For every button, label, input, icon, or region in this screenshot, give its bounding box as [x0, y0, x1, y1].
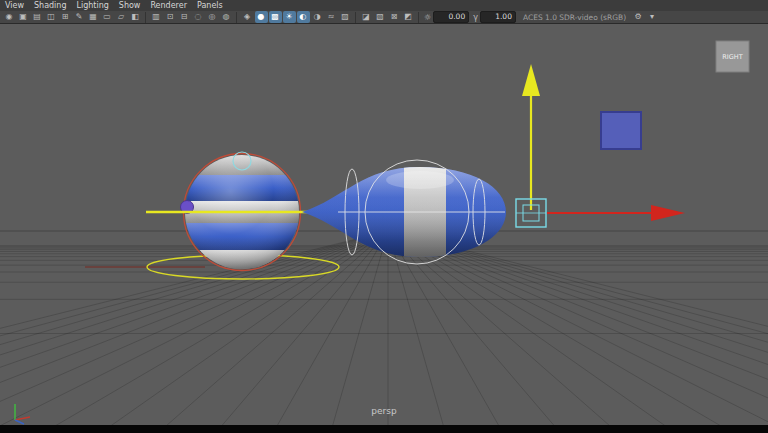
- toolbar-separator: [145, 12, 146, 23]
- ground-grid: [0, 231, 768, 425]
- frame-all-icon[interactable]: ◌: [192, 11, 205, 23]
- gamma-field-value[interactable]: 1.00: [480, 11, 516, 23]
- film-gate-icon[interactable]: ▭: [101, 11, 114, 23]
- joints-xray-icon[interactable]: ⊠: [388, 11, 401, 23]
- shadows-icon[interactable]: ◐: [297, 11, 310, 23]
- safe-action-icon[interactable]: ⊡: [164, 11, 177, 23]
- bookmark-icon[interactable]: ▤: [31, 11, 44, 23]
- two-d-pan-zoom-icon[interactable]: ⊞: [59, 11, 72, 23]
- exposure-field-icon: ☼: [424, 13, 431, 22]
- maya-viewport-window: View Shading Lighting Show Renderer Pane…: [0, 0, 768, 433]
- anti-alias-icon[interactable]: ▨: [339, 11, 352, 23]
- exposure-field[interactable]: ☼0.00: [424, 11, 469, 23]
- menu-bar: View Shading Lighting Show Renderer Pane…: [0, 0, 768, 11]
- frame-selection-icon[interactable]: ◎: [206, 11, 219, 23]
- grease-pencil-icon[interactable]: ✎: [73, 11, 86, 23]
- viewport-toolbar: ◉▣▤◫⊞✎▦▭▱◧▥⊡⊟◌◎◍◈●▩☀◐◑≈▨◪▧⊠◩☼0.00γ1.00AC…: [0, 11, 768, 24]
- use-all-lights-icon[interactable]: ☀: [283, 11, 296, 23]
- menu-view[interactable]: View: [0, 1, 29, 10]
- motion-blur-icon[interactable]: ≈: [325, 11, 338, 23]
- menu-shading[interactable]: Shading: [29, 1, 72, 10]
- translate-x-arrowhead[interactable]: [651, 205, 685, 221]
- color-space-label: ACES 1.0 SDR-video (sRGB): [523, 13, 626, 22]
- field-chart-icon[interactable]: ▥: [150, 11, 163, 23]
- menu-show[interactable]: Show: [114, 1, 146, 10]
- viewport-scene[interactable]: RIGHT persp: [0, 24, 768, 425]
- gamma-field[interactable]: γ1.00: [473, 11, 516, 23]
- isolate-select-icon[interactable]: ◪: [360, 11, 373, 23]
- safe-title-icon[interactable]: ⊟: [178, 11, 191, 23]
- smooth-shade-icon[interactable]: ●: [255, 11, 268, 23]
- grid-toggle-icon[interactable]: ▦: [87, 11, 100, 23]
- menu-renderer[interactable]: Renderer: [145, 1, 192, 10]
- textured-icon[interactable]: ▩: [269, 11, 282, 23]
- toolbar-separator: [418, 12, 419, 23]
- snapshot-icon[interactable]: ◍: [220, 11, 233, 23]
- gate-mask-icon[interactable]: ◧: [129, 11, 142, 23]
- plugin-shapes-icon[interactable]: ◩: [402, 11, 415, 23]
- viewport-3d[interactable]: RIGHT persp: [0, 24, 768, 425]
- screen-space-ao-icon[interactable]: ◑: [311, 11, 324, 23]
- exposure-field-value[interactable]: 0.00: [433, 11, 469, 23]
- render-settings-icon[interactable]: ⚙: [632, 11, 645, 23]
- gamma-field-icon: γ: [473, 13, 478, 22]
- bottom-bar: [0, 425, 768, 433]
- image-plane-icon[interactable]: ◫: [45, 11, 58, 23]
- selection-square[interactable]: [601, 112, 641, 149]
- x-ray-icon[interactable]: ▧: [374, 11, 387, 23]
- toolbar-separator: [355, 12, 356, 23]
- menu-lighting[interactable]: Lighting: [71, 1, 113, 10]
- camera-lock-icon[interactable]: ◉: [3, 11, 16, 23]
- translate-y-arrowhead[interactable]: [522, 64, 540, 96]
- axis-z-blue: [15, 420, 24, 424]
- toolbar-separator: [236, 12, 237, 23]
- view-cube-face-label[interactable]: RIGHT: [722, 53, 742, 61]
- camera-attributes-icon[interactable]: ▣: [17, 11, 30, 23]
- camera-name-label: persp: [371, 406, 397, 416]
- wireframe-icon[interactable]: ◈: [241, 11, 254, 23]
- view-cube[interactable]: RIGHT: [716, 41, 749, 72]
- resolution-gate-icon[interactable]: ▱: [115, 11, 128, 23]
- renderer-menu-icon[interactable]: ▾: [646, 11, 659, 23]
- menu-panels[interactable]: Panels: [192, 1, 228, 10]
